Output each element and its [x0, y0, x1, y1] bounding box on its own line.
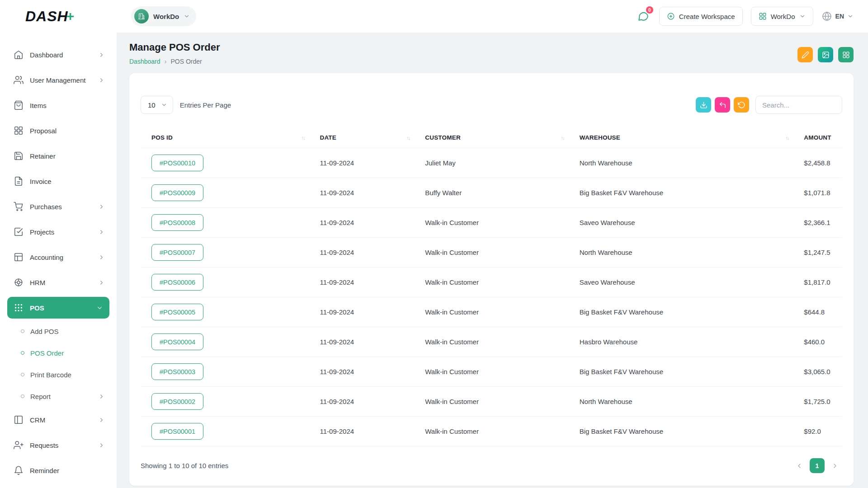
- cell-warehouse: Saveo Warehouse: [569, 267, 793, 297]
- pagination-next-button[interactable]: [828, 459, 842, 473]
- showing-entries-text: Showing 1 to 10 of 10 entries: [141, 462, 228, 469]
- sidebar-item-items[interactable]: Items: [0, 93, 117, 118]
- building-icon: [138, 13, 145, 20]
- sidebar-nav: DashboardUser ManagementItemsProposalRet…: [0, 33, 117, 488]
- cell-warehouse: North Warehouse: [569, 238, 793, 267]
- bullet-icon: [21, 351, 24, 355]
- cell-date: 11-09-2024: [309, 297, 414, 327]
- language-switcher[interactable]: EN: [821, 11, 854, 22]
- sidebar-subitem-pos-order[interactable]: POS Order: [0, 342, 117, 364]
- sidebar-item-label: Dashboard: [30, 51, 92, 59]
- pos-id-button[interactable]: #POS00002: [151, 393, 203, 410]
- workdo-menu-button[interactable]: WorkDo: [751, 7, 813, 26]
- cell-customer: Walk-in Customer: [414, 238, 568, 267]
- pos-submenu: Add POSPOS OrderPrint BarcodeReport: [0, 320, 117, 407]
- column-header-pos-id[interactable]: POS ID↑↓: [141, 128, 309, 148]
- customize-theme-button[interactable]: [797, 47, 813, 62]
- refresh-button[interactable]: [734, 97, 749, 113]
- cell-customer: Walk-in Customer: [414, 387, 568, 417]
- sidebar-item-hrm[interactable]: HRM: [0, 270, 117, 295]
- pos-id-button[interactable]: #POS00004: [151, 333, 203, 350]
- cell-customer: Juliet May: [414, 148, 568, 178]
- proposal-icon: [14, 126, 24, 136]
- sidebar-subitem-add-pos[interactable]: Add POS: [0, 320, 117, 342]
- sidebar-subitem-report[interactable]: Report: [0, 385, 117, 407]
- column-header-customer[interactable]: CUSTOMER↑↓: [414, 128, 568, 148]
- hrm-icon: [14, 277, 24, 287]
- table-row: #POS0000311-09-2024Walk-in CustomerBig B…: [141, 357, 842, 387]
- column-header-warehouse[interactable]: WAREHOUSE↑↓: [569, 128, 793, 148]
- pagination-prev-button[interactable]: [792, 459, 807, 473]
- grid-icon: [759, 12, 767, 20]
- breadcrumb-dashboard-link[interactable]: Dashboard: [129, 58, 160, 65]
- pagination: 1: [792, 458, 842, 473]
- projects-icon: [14, 227, 24, 237]
- bullet-icon: [21, 329, 24, 333]
- entries-per-page-select[interactable]: 10: [141, 96, 173, 114]
- sidebar-item-label: Invoice: [30, 178, 105, 185]
- cell-amount: $1,247.5: [793, 238, 842, 267]
- cell-date: 11-09-2024: [309, 238, 414, 267]
- sidebar-item-proposal[interactable]: Proposal: [0, 118, 117, 143]
- entries-per-page-value: 10: [148, 101, 156, 109]
- pos-id-button[interactable]: #POS00009: [151, 184, 203, 201]
- sidebar-subitem-print-barcode[interactable]: Print Barcode: [0, 364, 117, 385]
- cell-amount: $2,458.8: [793, 148, 842, 178]
- breadcrumb: Dashboard › POS Order: [129, 57, 220, 65]
- pos-id-button[interactable]: #POS00006: [151, 274, 203, 291]
- pos-id-button[interactable]: #POS00007: [151, 244, 203, 261]
- sidebar-item-requests[interactable]: Requests: [0, 432, 117, 458]
- sidebar-item-purchases[interactable]: Purchases: [0, 194, 117, 219]
- chevron-right-icon: [98, 52, 105, 58]
- sidebar-item-crm[interactable]: CRM: [0, 407, 117, 432]
- sidebar-item-projects[interactable]: Projects: [0, 219, 117, 244]
- cell-warehouse: Big Basket F&V Warehouse: [569, 297, 793, 327]
- chevron-right-icon: [98, 417, 105, 423]
- cell-date: 11-09-2024: [309, 357, 414, 387]
- workspace-switcher[interactable]: WorkDo: [131, 6, 196, 26]
- sidebar-subitem-label: POS Order: [30, 349, 105, 357]
- pos-id-button[interactable]: #POS00010: [151, 155, 203, 171]
- pos-id-button[interactable]: #POS00005: [151, 304, 203, 320]
- user-management-icon: [14, 75, 24, 85]
- cell-pos-id: #POS00004: [141, 327, 309, 357]
- brand-logo[interactable]: DASH +: [0, 0, 117, 33]
- sidebar-item-dashboard[interactable]: Dashboard: [0, 42, 117, 67]
- chevron-down-icon: [799, 13, 806, 19]
- reminder-icon: [14, 465, 24, 475]
- create-workspace-button[interactable]: Create Workspace: [659, 7, 743, 26]
- cell-pos-id: #POS00009: [141, 178, 309, 208]
- sidebar-item-pos[interactable]: POS: [7, 297, 109, 319]
- messages-button[interactable]: 0: [636, 9, 651, 24]
- sidebar-item-user-management[interactable]: User Management: [0, 67, 117, 93]
- pos-id-button[interactable]: #POS00008: [151, 214, 203, 231]
- cell-date: 11-09-2024: [309, 417, 414, 446]
- sidebar-item-reminder[interactable]: Reminder: [0, 458, 117, 483]
- chevron-down-icon: [96, 305, 103, 311]
- sidebar-item-retainer[interactable]: Retainer: [0, 143, 117, 169]
- layout-grid-button[interactable]: [838, 47, 854, 62]
- brand-logo-plus: +: [66, 9, 75, 24]
- chevron-left-icon: [796, 462, 803, 469]
- background-image-button[interactable]: [818, 47, 833, 62]
- sidebar-item-accounting[interactable]: Accounting: [0, 244, 117, 270]
- cell-date: 11-09-2024: [309, 178, 414, 208]
- entries-per-page-label: Entries Per Page: [180, 101, 231, 109]
- pos-id-button[interactable]: #POS00003: [151, 363, 203, 380]
- topbar-actions: 0 Create Workspace WorkDo: [636, 7, 854, 26]
- search-input[interactable]: [755, 96, 842, 114]
- reset-filter-button[interactable]: [715, 97, 730, 113]
- cell-date: 11-09-2024: [309, 387, 414, 417]
- cell-warehouse: North Warehouse: [569, 148, 793, 178]
- pos-id-button[interactable]: #POS00001: [151, 423, 203, 440]
- pagination-page-1[interactable]: 1: [810, 458, 825, 473]
- column-header-date[interactable]: DATE↑↓: [309, 128, 414, 148]
- table-row: #POS0000711-09-2024Walk-in CustomerNorth…: [141, 238, 842, 267]
- table-row: #POS0001011-09-2024Juliet MayNorth Wareh…: [141, 148, 842, 178]
- cell-date: 11-09-2024: [309, 208, 414, 238]
- export-download-button[interactable]: [696, 97, 711, 113]
- chevron-right-icon: [98, 279, 105, 286]
- sidebar-item-invoice[interactable]: Invoice: [0, 169, 117, 194]
- bullet-icon: [21, 394, 24, 398]
- table-row: #POS0000811-09-2024Walk-in CustomerSaveo…: [141, 208, 842, 238]
